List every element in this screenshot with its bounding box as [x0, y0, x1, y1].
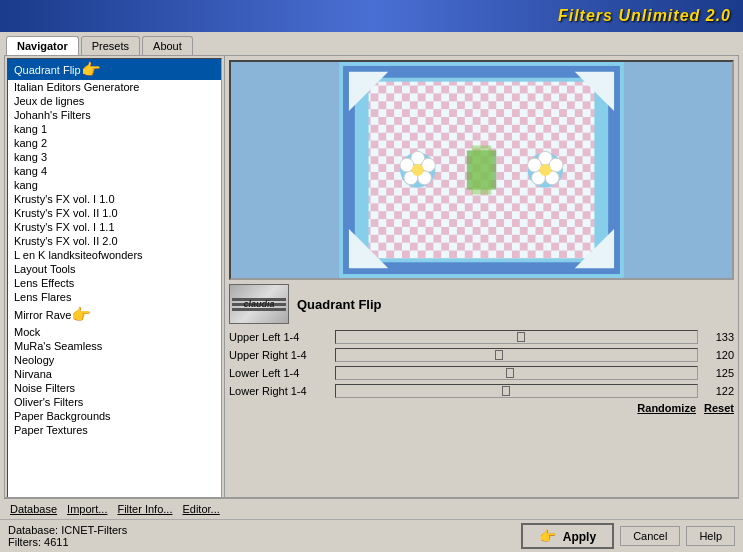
- list-item[interactable]: Italian Editors Generatore: [8, 80, 221, 94]
- title-bar: Filters Unlimited 2.0: [0, 0, 743, 32]
- rand-reset-row: Randomize Reset: [229, 402, 734, 414]
- slider-thumb-0[interactable]: [517, 332, 525, 342]
- status-bar: Database: ICNET-Filters Filters: 4611 👉 …: [0, 519, 743, 552]
- filter-info-link[interactable]: Filter Info...: [117, 503, 172, 515]
- slider-thumb-2[interactable]: [506, 368, 514, 378]
- editor-link[interactable]: Editor...: [182, 503, 219, 515]
- slider-label-3: Lower Right 1-4: [229, 385, 329, 397]
- preview-image: [231, 62, 732, 278]
- svg-point-16: [400, 158, 414, 172]
- content-area: Quadrant Flip 👉 Italian Editors Generato…: [4, 55, 739, 498]
- list-item-mirror-rave[interactable]: Mirror Rave 👉: [8, 304, 221, 325]
- list-item[interactable]: kang 2: [8, 136, 221, 150]
- apply-hand-icon: 👉: [539, 528, 556, 544]
- filters-status: Filters: 4611: [8, 536, 127, 548]
- status-info: Database: ICNET-Filters Filters: 4611: [8, 524, 127, 548]
- list-item[interactable]: Neology: [8, 353, 221, 367]
- apply-button[interactable]: 👉 Apply: [521, 523, 614, 549]
- svg-point-23: [528, 158, 542, 172]
- list-item[interactable]: Mock: [8, 325, 221, 339]
- randomize-button[interactable]: Randomize: [637, 402, 696, 414]
- mirror-rave-arrow-icon: 👉: [71, 305, 91, 324]
- list-item[interactable]: Noise Filters: [8, 381, 221, 395]
- left-panel: Quadrant Flip 👉 Italian Editors Generato…: [5, 56, 225, 497]
- slider-track-3[interactable]: [335, 384, 698, 398]
- list-item[interactable]: Paper Backgrounds: [8, 409, 221, 423]
- list-item[interactable]: kang 3: [8, 150, 221, 164]
- slider-label-1: Upper Right 1-4: [229, 349, 329, 361]
- list-item[interactable]: Johanh's Filters: [8, 108, 221, 122]
- slider-track-2[interactable]: [335, 366, 698, 380]
- list-item[interactable]: kang 4: [8, 164, 221, 178]
- tab-area: Navigator Presets About: [0, 32, 743, 55]
- list-item[interactable]: Krusty's FX vol. I 1.1: [8, 220, 221, 234]
- svg-point-24: [539, 164, 551, 176]
- tab-presets[interactable]: Presets: [81, 36, 140, 55]
- slider-value-3: 122: [704, 385, 734, 397]
- list-item[interactable]: Krusty's FX vol. II 2.0: [8, 234, 221, 248]
- slider-value-1: 120: [704, 349, 734, 361]
- list-item[interactable]: Krusty's FX vol. II 1.0: [8, 206, 221, 220]
- list-item[interactable]: Paper Textures: [8, 423, 221, 437]
- import-link[interactable]: Import...: [67, 503, 107, 515]
- arrow-icon: 👉: [81, 60, 101, 79]
- filter-list-container: Quadrant Flip 👉 Italian Editors Generato…: [5, 56, 224, 497]
- reset-button[interactable]: Reset: [704, 402, 734, 414]
- slider-thumb-1[interactable]: [495, 350, 503, 360]
- help-button[interactable]: Help: [686, 526, 735, 546]
- list-item[interactable]: Nirvana: [8, 367, 221, 381]
- list-item[interactable]: L en K landksiteofwonders: [8, 248, 221, 262]
- app-title: Filters Unlimited 2.0: [558, 7, 731, 25]
- list-item[interactable]: Oliver's Filters: [8, 395, 221, 409]
- slider-track-0[interactable]: [335, 330, 698, 344]
- svg-point-17: [412, 164, 424, 176]
- cancel-button[interactable]: Cancel: [620, 526, 680, 546]
- database-status: Database: ICNET-Filters: [8, 524, 127, 536]
- filter-logo: claudia: [229, 284, 289, 324]
- list-item[interactable]: kang: [8, 178, 221, 192]
- svg-point-20: [549, 158, 563, 172]
- slider-label-0: Upper Left 1-4: [229, 331, 329, 343]
- list-item[interactable]: Quadrant Flip 👉: [8, 59, 221, 80]
- list-item[interactable]: Jeux de lignes: [8, 94, 221, 108]
- filter-list[interactable]: Quadrant Flip 👉 Italian Editors Generato…: [7, 58, 222, 497]
- controls-area: claudia Quadrant Flip Upper Left 1-4 133: [229, 284, 734, 493]
- slider-thumb-3[interactable]: [502, 386, 510, 396]
- list-item[interactable]: MuRa's Seamless: [8, 339, 221, 353]
- slider-row-0: Upper Left 1-4 133: [229, 330, 734, 344]
- slider-label-2: Lower Left 1-4: [229, 367, 329, 379]
- slider-value-0: 133: [704, 331, 734, 343]
- status-right: 👉 Apply Cancel Help: [521, 523, 735, 549]
- slider-value-2: 125: [704, 367, 734, 379]
- list-item[interactable]: Lens Flares: [8, 290, 221, 304]
- tab-about[interactable]: About: [142, 36, 193, 55]
- tab-navigator[interactable]: Navigator: [6, 36, 79, 55]
- filter-name-row: claudia Quadrant Flip: [229, 284, 734, 324]
- slider-row-2: Lower Left 1-4 125: [229, 366, 734, 380]
- preview-area: [229, 60, 734, 280]
- slider-track-1[interactable]: [335, 348, 698, 362]
- list-item[interactable]: Krusty's FX vol. I 1.0: [8, 192, 221, 206]
- right-panel: claudia Quadrant Flip Upper Left 1-4 133: [225, 56, 738, 497]
- bottom-buttons-left: Database Import... Filter Info... Editor…: [10, 503, 220, 515]
- slider-row-3: Lower Right 1-4 122: [229, 384, 734, 398]
- list-item[interactable]: Lens Effects: [8, 276, 221, 290]
- bottom-bar: Database Import... Filter Info... Editor…: [4, 498, 739, 519]
- database-link[interactable]: Database: [10, 503, 57, 515]
- filter-title: Quadrant Flip: [297, 297, 382, 312]
- main-container: Navigator Presets About Quadrant Flip 👉 …: [0, 32, 743, 552]
- slider-rows: Upper Left 1-4 133 Upper Right 1-4 120: [229, 330, 734, 398]
- svg-rect-26: [472, 145, 492, 194]
- list-item[interactable]: Layout Tools: [8, 262, 221, 276]
- list-item[interactable]: kang 1: [8, 122, 221, 136]
- slider-row-1: Upper Right 1-4 120: [229, 348, 734, 362]
- svg-point-13: [422, 158, 436, 172]
